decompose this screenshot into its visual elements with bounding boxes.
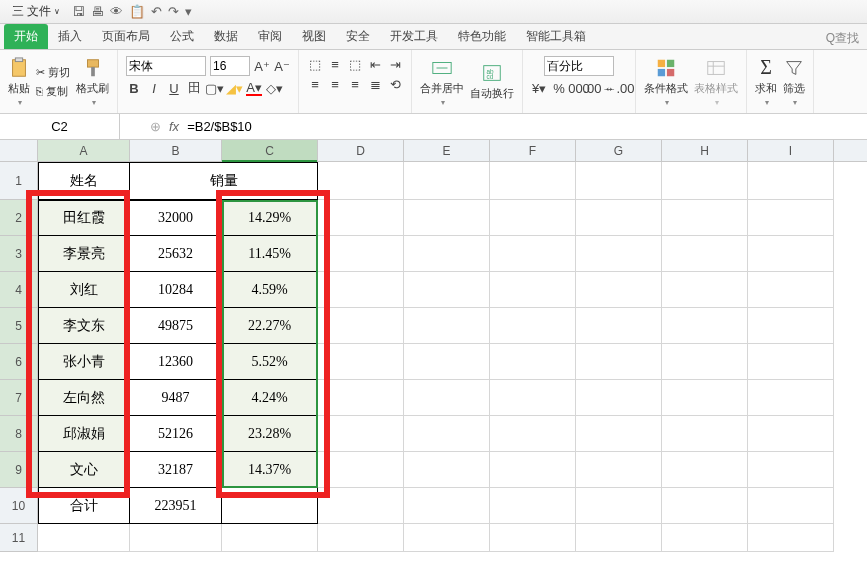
- align-bot-icon[interactable]: ⬚: [347, 56, 363, 72]
- border-icon[interactable]: 田: [186, 80, 202, 96]
- indent-inc-icon[interactable]: ⇥: [387, 56, 403, 72]
- indent-dec-icon[interactable]: ⇤: [367, 56, 383, 72]
- cell-A3[interactable]: 李景亮: [38, 236, 130, 272]
- cell-C4[interactable]: 4.59%: [222, 272, 318, 308]
- clear-fmt-icon[interactable]: ◇▾: [266, 80, 282, 96]
- clipboard-icon[interactable]: 📋: [129, 4, 145, 19]
- orient-icon[interactable]: ⟲: [387, 76, 403, 92]
- file-menu[interactable]: 三 文件∨: [4, 1, 68, 22]
- cut-button[interactable]: ✂剪切: [36, 65, 70, 80]
- formula-input[interactable]: [187, 119, 387, 134]
- tab-home[interactable]: 开始: [4, 24, 48, 49]
- cell-A4[interactable]: 刘红: [38, 272, 130, 308]
- cell-A8[interactable]: 邱淑娟: [38, 416, 130, 452]
- currency-icon[interactable]: ¥▾: [531, 80, 547, 96]
- name-box[interactable]: [0, 114, 120, 139]
- tab-review[interactable]: 审阅: [248, 24, 292, 49]
- row-header-10[interactable]: 10: [0, 488, 38, 524]
- undo-icon[interactable]: ↶: [151, 4, 162, 19]
- cell-C3[interactable]: 11.45%: [222, 236, 318, 272]
- col-header-A[interactable]: A: [38, 140, 130, 161]
- tab-insert[interactable]: 插入: [48, 24, 92, 49]
- cell-B8[interactable]: 52126: [130, 416, 222, 452]
- row-header-7[interactable]: 7: [0, 380, 38, 416]
- col-header-D[interactable]: D: [318, 140, 404, 161]
- copy-button[interactable]: ⎘复制: [36, 84, 70, 99]
- tab-special[interactable]: 特色功能: [448, 24, 516, 49]
- row-header-3[interactable]: 3: [0, 236, 38, 272]
- cell-BC1[interactable]: 销量: [130, 162, 318, 200]
- row-header-8[interactable]: 8: [0, 416, 38, 452]
- link-icon[interactable]: ⊕: [150, 119, 161, 134]
- dec-dec-icon[interactable]: ←.00: [611, 80, 627, 96]
- cell-B2[interactable]: 32000: [130, 200, 222, 236]
- paste-button[interactable]: 粘贴: [8, 57, 30, 107]
- print-icon[interactable]: 🖶: [91, 4, 104, 19]
- numfmt-select[interactable]: [544, 56, 614, 76]
- row-header-6[interactable]: 6: [0, 344, 38, 380]
- cell-A10[interactable]: 合计: [38, 488, 130, 524]
- col-header-B[interactable]: B: [130, 140, 222, 161]
- sum-button[interactable]: Σ 求和: [755, 56, 777, 107]
- size-select[interactable]: [210, 56, 250, 76]
- col-header-C[interactable]: C: [222, 140, 318, 161]
- fill-color-icon[interactable]: ◢▾: [226, 80, 242, 96]
- fill-icon[interactable]: ▢▾: [206, 80, 222, 96]
- row-header-11[interactable]: 11: [0, 524, 38, 552]
- italic-icon[interactable]: I: [146, 80, 162, 96]
- cell-A1[interactable]: 姓名: [38, 162, 130, 200]
- cell-A9[interactable]: 文心: [38, 452, 130, 488]
- cell-A2[interactable]: 田红霞: [38, 200, 130, 236]
- row-header-2[interactable]: 2: [0, 200, 38, 236]
- justify-icon[interactable]: ≣: [367, 76, 383, 92]
- cell-B10[interactable]: 223951: [130, 488, 222, 524]
- col-header-F[interactable]: F: [490, 140, 576, 161]
- cell-C8[interactable]: 23.28%: [222, 416, 318, 452]
- tab-view[interactable]: 视图: [292, 24, 336, 49]
- increase-font-icon[interactable]: A⁺: [254, 58, 270, 74]
- tab-smart[interactable]: 智能工具箱: [516, 24, 596, 49]
- select-all-corner[interactable]: [0, 140, 38, 161]
- tab-layout[interactable]: 页面布局: [92, 24, 160, 49]
- row-header-1[interactable]: 1: [0, 162, 38, 200]
- dropdown-icon[interactable]: ▾: [185, 4, 192, 19]
- col-header-H[interactable]: H: [662, 140, 748, 161]
- filter-button[interactable]: 筛选: [783, 57, 805, 107]
- cell-B5[interactable]: 49875: [130, 308, 222, 344]
- search-box[interactable]: Q查找: [818, 28, 867, 49]
- decrease-font-icon[interactable]: A⁻: [274, 58, 290, 74]
- cell-B6[interactable]: 12360: [130, 344, 222, 380]
- fx-icon[interactable]: fx: [169, 119, 179, 134]
- align-left-icon[interactable]: ≡: [307, 76, 323, 92]
- cell-C5[interactable]: 22.27%: [222, 308, 318, 344]
- row-header-9[interactable]: 9: [0, 452, 38, 488]
- cell-C2[interactable]: 14.29%: [222, 200, 318, 236]
- tab-security[interactable]: 安全: [336, 24, 380, 49]
- cell-B3[interactable]: 25632: [130, 236, 222, 272]
- align-top-icon[interactable]: ⬚: [307, 56, 323, 72]
- align-mid-icon[interactable]: ≡: [327, 56, 343, 72]
- wrap-button[interactable]: abcd 自动换行: [470, 62, 514, 101]
- cell-style-button[interactable]: 表格样式: [694, 57, 738, 107]
- align-center-icon[interactable]: ≡: [327, 76, 343, 92]
- align-right-icon[interactable]: ≡: [347, 76, 363, 92]
- underline-icon[interactable]: U: [166, 80, 182, 96]
- redo-icon[interactable]: ↷: [168, 4, 179, 19]
- col-header-I[interactable]: I: [748, 140, 834, 161]
- cell-A6[interactable]: 张小青: [38, 344, 130, 380]
- spreadsheet[interactable]: A B C D E F G H I 1 姓名 销量 2田红霞3200014.29…: [0, 140, 867, 552]
- cell-B4[interactable]: 10284: [130, 272, 222, 308]
- row-header-4[interactable]: 4: [0, 272, 38, 308]
- percent-icon[interactable]: %: [551, 80, 567, 96]
- cell-A7[interactable]: 左向然: [38, 380, 130, 416]
- cell-C7[interactable]: 4.24%: [222, 380, 318, 416]
- font-color-icon[interactable]: A▾: [246, 80, 262, 96]
- col-header-G[interactable]: G: [576, 140, 662, 161]
- tab-dev[interactable]: 开发工具: [380, 24, 448, 49]
- save-icon[interactable]: 🖫: [72, 4, 85, 19]
- cond-fmt-button[interactable]: 条件格式: [644, 57, 688, 107]
- cell-C10[interactable]: [222, 488, 318, 524]
- row-header-5[interactable]: 5: [0, 308, 38, 344]
- tab-data[interactable]: 数据: [204, 24, 248, 49]
- tab-formula[interactable]: 公式: [160, 24, 204, 49]
